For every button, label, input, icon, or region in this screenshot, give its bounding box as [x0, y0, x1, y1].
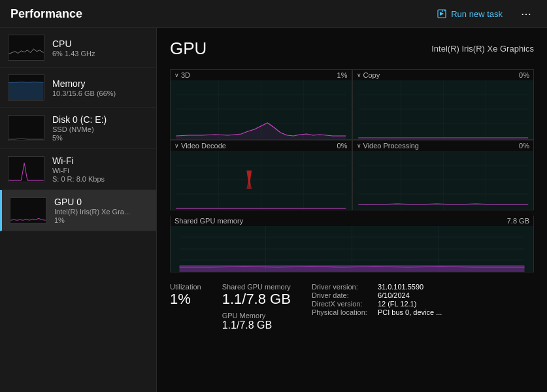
svg-rect-36 — [180, 265, 525, 272]
shared-gpu-mem-label: Shared GPU memory — [222, 283, 291, 291]
wifi-label: Wi-Fi — [52, 155, 148, 166]
chart-3d-percent: 1% — [337, 71, 348, 79]
shared-gpu-bar: Shared GPU memory 7.8 GB — [171, 216, 533, 226]
memory-info: Memory 10.3/15.6 GB (66%) — [52, 78, 148, 97]
directx-label: DirectX version: — [312, 300, 367, 308]
gpu-sidebar-detail1: Intel(R) Iris(R) Xe Gra... — [54, 208, 148, 216]
chart-copy-label-bar: ∨ Copy 0% — [353, 70, 534, 80]
driver-date-label: Driver date: — [312, 291, 367, 299]
chart-video-decode-label: Video Decode — [181, 142, 226, 150]
sidebar-item-memory[interactable]: Memory 10.3/15.6 GB (66%) — [0, 68, 156, 108]
main-layout: CPU 6% 1.43 GHz Memory 10.3/15.6 GB (66%… — [0, 28, 547, 392]
chart-3d-label: 3D — [181, 71, 190, 79]
chart-copy-percent: 0% — [519, 71, 529, 79]
wifi-sparkline — [8, 157, 44, 182]
run-task-icon — [437, 8, 447, 19]
physical-location-value: PCI bus 0, device ... — [378, 308, 442, 316]
page-title: Performance — [10, 7, 82, 21]
wifi-info: Wi-Fi Wi-Fi S: 0 R: 8.0 Kbps — [52, 155, 148, 183]
shared-gpu-label: Shared GPU memory — [174, 217, 243, 225]
sidebar-item-disk[interactable]: Disk 0 (C: E:) SSD (NVMe) 5% — [0, 108, 156, 149]
gpu-thumbnail — [10, 197, 46, 223]
driver-date-value: 6/10/2024 — [378, 291, 442, 299]
driver-version-label: Driver version: — [312, 283, 367, 291]
sidebar: CPU 6% 1.43 GHz Memory 10.3/15.6 GB (66%… — [0, 28, 157, 392]
memory-thumbnail — [8, 74, 44, 101]
cpu-sparkline — [8, 35, 44, 60]
utilization-label: Utilization — [170, 283, 201, 291]
gpu-sidebar-label: GPU 0 — [54, 197, 148, 207]
chart-video-processing-svg — [353, 151, 534, 210]
run-new-task-button[interactable]: Run new task — [431, 6, 508, 22]
chart-video-decode-label-bar: ∨ Video Decode 0% — [171, 140, 352, 151]
more-icon: ⋯ — [521, 8, 531, 20]
sidebar-item-gpu[interactable]: GPU 0 Intel(R) Iris(R) Xe Gra... 1% — [0, 190, 156, 231]
cpu-info: CPU 6% 1.43 GHz — [52, 39, 148, 57]
wifi-thumbnail — [8, 156, 44, 182]
run-new-task-label: Run new task — [451, 9, 503, 19]
chart-copy: ∨ Copy 0% — [352, 69, 535, 140]
memory-detail: 10.3/15.6 GB (66%) — [52, 90, 148, 97]
charts-grid: ∨ 3D 1% — [170, 69, 534, 210]
cpu-detail: 6% 1.43 GHz — [52, 50, 148, 57]
gpu-sidebar-info: GPU 0 Intel(R) Iris(R) Xe Gra... 1% — [54, 197, 148, 224]
chart-video-decode: ∨ Video Decode 0% — [170, 140, 352, 210]
stat-utilization: Utilization 1% — [170, 283, 201, 331]
header: Performance Run new task ⋯ — [0, 0, 547, 28]
sidebar-item-wifi[interactable]: Wi-Fi Wi-Fi S: 0 R: 8.0 Kbps — [0, 149, 156, 190]
gpu-sparkline — [10, 198, 46, 223]
cpu-label: CPU — [52, 39, 148, 49]
content-header: GPU Intel(R) Iris(R) Xe Graphics — [170, 39, 534, 59]
wifi-detail1: Wi-Fi — [52, 167, 148, 174]
chart-video-decode-percent: 0% — [337, 142, 348, 150]
chart-video-processing-label: Video Processing — [363, 142, 419, 150]
chart-copy-svg — [353, 80, 534, 139]
memory-sparkline — [8, 75, 44, 100]
disk-info: Disk 0 (C: E:) SSD (NVMe) 5% — [52, 114, 148, 142]
svg-marker-23 — [246, 177, 252, 189]
gpu-model: Intel(R) Iris(R) Xe Graphics — [431, 44, 534, 54]
chart-copy-chevron: ∨ — [357, 72, 361, 78]
header-actions: Run new task ⋯ — [431, 5, 537, 23]
chart-3d: ∨ 3D 1% — [170, 69, 352, 140]
chart-video-processing-chevron: ∨ — [357, 142, 361, 149]
disk-thumbnail — [8, 115, 44, 141]
chart-video-processing: ∨ Video Processing 0% — [352, 140, 535, 210]
chart-video-decode-svg — [171, 151, 352, 210]
chart-3d-chevron: ∨ — [174, 72, 179, 78]
chart-video-processing-label-bar: ∨ Video Processing 0% — [353, 140, 534, 151]
shared-gpu-section: Shared GPU memory 7.8 GB — [170, 216, 534, 272]
chart-copy-label: Copy — [363, 71, 380, 79]
stat-info-table: Driver version: 31.0.101.5590 Driver dat… — [312, 283, 442, 331]
memory-label: Memory — [52, 78, 148, 89]
disk-sparkline — [8, 116, 44, 140]
shared-gpu-size: 7.8 GB — [507, 217, 529, 225]
disk-label: Disk 0 (C: E:) — [52, 114, 148, 125]
chart-3d-label-bar: ∨ 3D 1% — [171, 70, 352, 80]
content-area: GPU Intel(R) Iris(R) Xe Graphics ∨ 3D 1% — [157, 28, 547, 392]
gpu-mem-label: GPU Memory — [222, 312, 291, 319]
disk-detail2: 5% — [52, 134, 148, 142]
wifi-detail2: S: 0 R: 8.0 Kbps — [52, 175, 148, 183]
cpu-thumbnail — [8, 35, 44, 61]
chart-3d-svg — [171, 80, 352, 139]
driver-version-value: 31.0.101.5590 — [378, 283, 442, 291]
sidebar-item-cpu[interactable]: CPU 6% 1.43 GHz — [0, 28, 156, 68]
gpu-mem-value: 1.1/7.8 GB — [222, 319, 291, 331]
shared-gpu-chart — [171, 226, 533, 272]
shared-gpu-mem-value: 1.1/7.8 GB — [222, 291, 291, 308]
utilization-value: 1% — [170, 291, 201, 308]
chart-video-processing-percent: 0% — [519, 142, 529, 150]
more-options-button[interactable]: ⋯ — [516, 5, 537, 23]
directx-value: 12 (FL 12.1) — [378, 300, 442, 308]
stats-row: Utilization 1% Shared GPU memory 1.1/7.8… — [170, 283, 534, 336]
info-table: Driver version: 31.0.101.5590 Driver dat… — [312, 283, 442, 316]
disk-detail1: SSD (NVMe) — [52, 125, 148, 133]
chart-video-decode-chevron: ∨ — [174, 142, 179, 149]
gpu-title: GPU — [170, 39, 207, 59]
gpu-sidebar-detail2: 1% — [54, 216, 148, 224]
stat-shared-gpu-memory: Shared GPU memory 1.1/7.8 GB GPU Memory … — [222, 283, 291, 331]
svg-rect-3 — [8, 82, 43, 100]
physical-location-label: Physical location: — [312, 308, 367, 316]
